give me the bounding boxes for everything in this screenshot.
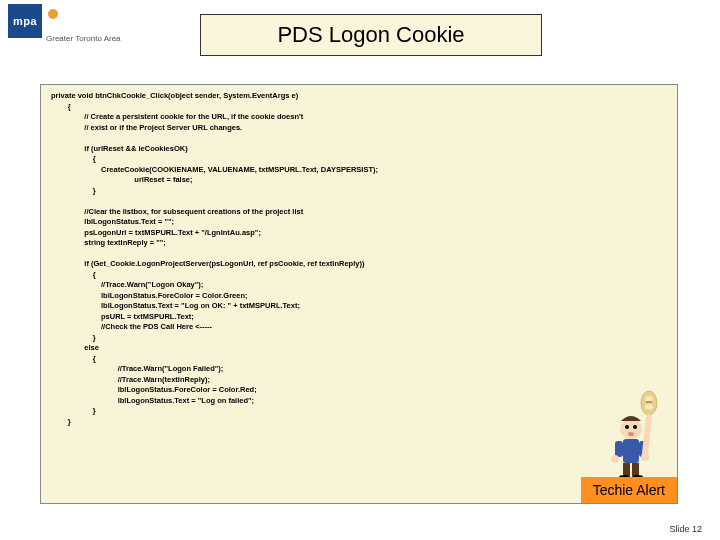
slide-header: mpa Greater Toronto Area PDS Logon Cooki… [0,0,720,60]
svg-rect-8 [623,439,639,463]
code-line: //Check the PDS Call Here <----- [51,322,667,333]
logo-abbrev: mpa [13,15,37,27]
code-line: psLogonUrl = txtMSPURL.Text + "/LgnIntAu… [51,228,667,239]
code-line: //Trace.Warn("Logon Failed"); [51,364,667,375]
svg-point-6 [633,425,637,429]
svg-line-17 [645,417,649,453]
code-line: private void btnChkCookie_Click(object s… [51,91,667,102]
code-line: // exist or if the Project Server URL ch… [51,123,667,134]
slide-footer: Slide 12 [669,524,702,534]
code-line: if (urlReset && ieCookiesOK) [51,144,667,155]
code-line: // Create a persistent cookie for the UR… [51,112,667,123]
logo-dot-icon [48,9,58,19]
alert-badge: Techie Alert [581,477,677,503]
logo-box: mpa [8,4,42,38]
code-line: { [51,270,667,281]
code-line: { [51,154,667,165]
svg-point-3 [645,404,653,410]
code-line: else [51,343,667,354]
code-line: lblLogonStatus.ForeColor = Color.Red; [51,385,667,396]
code-line: if (Get_Cookie.LogonProjectServer(psLogo… [51,259,667,270]
code-line: lblLogonStatus.Text = "Log on OK: " + tx… [51,301,667,312]
code-line: } [51,186,667,197]
code-line: psURL = txtMSPURL.Text; [51,312,667,323]
code-line: lblLogonStatus.Text = ""; [51,217,667,228]
code-line: //Clear the listbox, for subsequent crea… [51,207,667,218]
code-line: { [51,102,667,113]
code-line: //Trace.Warn("Logon Okay"); [51,280,667,291]
svg-rect-9 [615,441,623,457]
title-box: PDS Logon Cookie [200,14,542,56]
code-line: } [51,333,667,344]
code-line [51,249,667,260]
code-line: lblLogonStatus.Text = "Log on failed"; [51,396,667,407]
code-line: lblLogonStatus.ForeColor = Color.Green; [51,291,667,302]
svg-point-11 [611,455,619,463]
code-line: string textInReply = ""; [51,238,667,249]
code-line: { [51,354,667,365]
org-name: Greater Toronto Area [46,34,121,43]
code-line [51,133,667,144]
code-line: urlReset = false; [51,175,667,186]
code-line: //Trace.Warn(textInReply); [51,375,667,386]
svg-rect-14 [632,463,639,477]
page-title: PDS Logon Cookie [277,22,464,48]
svg-rect-2 [646,401,652,403]
code-line: } [51,417,667,428]
footer-label: Slide [669,524,689,534]
code-line: } [51,406,667,417]
code-panel: private void btnChkCookie_Click(object s… [40,84,678,504]
footer-number: 12 [692,524,702,534]
svg-point-7 [628,432,634,436]
svg-rect-13 [623,463,630,477]
logo-area: mpa [8,4,58,38]
cartoon-character-icon [601,389,665,479]
code-line [51,196,667,207]
code-line: CreateCookie(COOKIENAME, VALUENAME, txtM… [51,165,667,176]
svg-point-5 [625,425,629,429]
